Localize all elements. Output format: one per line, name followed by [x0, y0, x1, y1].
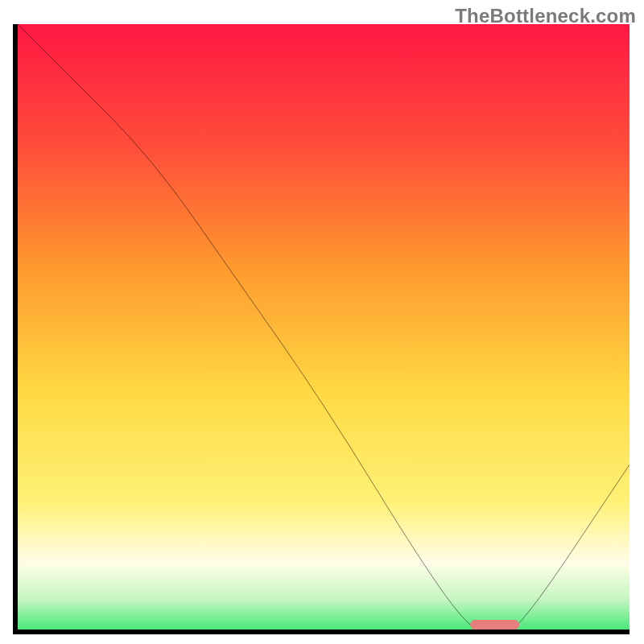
chart-stage: TheBottleneck.com [0, 0, 644, 644]
watermark-text: TheBottleneck.com [455, 5, 636, 27]
bottleneck-curve [18, 24, 630, 634]
optimal-range-marker [470, 620, 519, 630]
plot-frame [13, 24, 630, 634]
